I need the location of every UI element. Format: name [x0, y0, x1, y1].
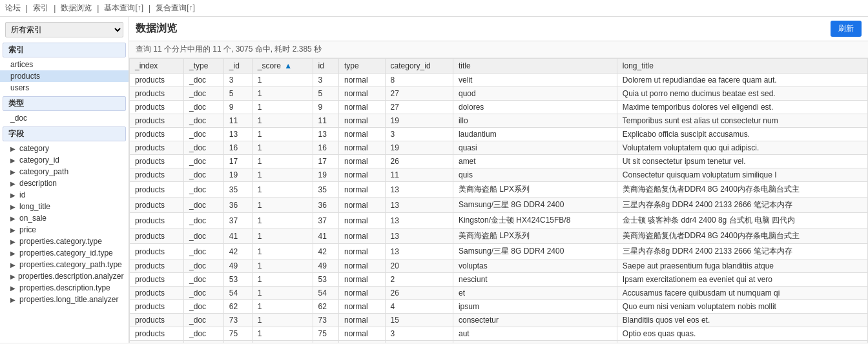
sidebar-field-id[interactable]: ▶ id — [0, 189, 129, 201]
table-row[interactable]: products_doc19119normal11quisConsectetur… — [130, 168, 868, 182]
table-cell: normal — [338, 341, 385, 343]
table-cell: products — [130, 244, 184, 259]
table-cell: 三星内存条8g DDR4 2400 2133 2666 笔记本内存 — [617, 244, 867, 259]
sidebar-field-prop-catid-type[interactable]: ▶ properties.category_id.type — [0, 247, 129, 259]
table-cell: products — [130, 228, 184, 244]
table-row[interactable]: products_doc919normal27doloresMaxime tem… — [130, 101, 868, 114]
table-row[interactable]: products_doc53153normal2nesciuntIpsam ex… — [130, 273, 868, 287]
col-header-type2[interactable]: type — [338, 59, 385, 74]
table-cell: 49 — [313, 259, 338, 273]
table-cell: 8 — [385, 341, 453, 343]
table-row[interactable]: products_doc75175normal3autOptio eos qua… — [130, 327, 868, 341]
arrow-icon: ▶ — [10, 296, 17, 303]
sidebar-field-prop-desc-analyzer[interactable]: ▶ properties.description.analyzer — [0, 270, 129, 282]
sidebar-field-prop-cat-type[interactable]: ▶ properties.category.type — [0, 236, 129, 247]
table-cell: normal — [338, 114, 385, 128]
table-cell: 42 — [223, 244, 252, 259]
col-header-category-id[interactable]: category_id — [385, 59, 453, 74]
refresh-button[interactable]: 刷新 — [831, 21, 862, 37]
table-cell: 4 — [385, 300, 453, 314]
table-cell: products — [130, 287, 184, 300]
table-cell: 2 — [385, 273, 453, 287]
table-cell: 1 — [252, 228, 313, 244]
table-cell: Explicabo officia suscipit accusamus. — [617, 128, 867, 141]
table-cell: 20 — [385, 259, 453, 273]
nav-item-complex-query[interactable]: 复合查询[↑] — [156, 3, 195, 14]
col-header-title[interactable]: title — [453, 59, 617, 74]
table-cell: 1 — [252, 182, 313, 197]
table-cell: products — [130, 259, 184, 273]
table-cell: 金士顿 骇客神条 ddr4 2400 8g 台式机 电脑 四代内 — [617, 213, 867, 228]
table-cell: 16 — [313, 141, 338, 155]
arrow-icon: ▶ — [10, 168, 17, 176]
table-cell: 17 — [223, 155, 252, 168]
table-cell: _doc — [184, 213, 224, 228]
sidebar-item-products[interactable]: products — [0, 70, 129, 82]
sidebar-field-category-path[interactable]: ▶ category_path — [0, 166, 129, 177]
col-header-long-title[interactable]: long_title — [617, 59, 867, 74]
table-cell: Optio eos quas quas. — [617, 327, 867, 341]
table-row[interactable]: products_doc37137normal13Kingston/金士顿 HX… — [130, 213, 868, 228]
table-row[interactable]: products_doc76176normal8esseIncidunt dis… — [130, 341, 868, 343]
sidebar-item-doc[interactable]: _doc — [0, 112, 129, 124]
table-cell: 3 — [385, 327, 453, 341]
table-row[interactable]: products_doc515normal27quodQuia ut porro… — [130, 87, 868, 101]
col-header-id2[interactable]: id — [313, 59, 338, 74]
table-cell: 75 — [223, 327, 252, 341]
nav-item-basic-query[interactable]: 基本查询[↑] — [104, 3, 143, 14]
nav-item-data-browser[interactable]: 数据浏览 — [61, 3, 92, 14]
table-cell: 35 — [223, 182, 252, 197]
table-cell: 1 — [252, 213, 313, 228]
table-row[interactable]: products_doc42142normal13Samsung/三星 8G D… — [130, 244, 868, 259]
table-cell: 8 — [385, 74, 453, 87]
sidebar-field-description[interactable]: ▶ description — [0, 177, 129, 189]
col-header-score[interactable]: _score ▲ — [252, 59, 313, 74]
query-info: 查询 11 个分片中用的 11 个, 3075 命中, 耗时 2.385 秒 — [129, 41, 868, 58]
table-row[interactable]: products_doc11111normal19illoTemporibus … — [130, 114, 868, 128]
sidebar-item-artices[interactable]: artices — [0, 59, 129, 70]
sidebar-field-prop-catpath-type[interactable]: ▶ properties.category_path.type — [0, 259, 129, 270]
table-cell: 27 — [385, 87, 453, 101]
table-cell: illo — [453, 114, 617, 128]
sidebar-group-field: 字段 — [3, 126, 126, 141]
table-cell: 1 — [252, 259, 313, 273]
table-row[interactable]: products_doc49149normal20voluptasSaepe a… — [130, 259, 868, 273]
sidebar-field-prop-desc-type[interactable]: ▶ properties.description.type — [0, 282, 129, 294]
table-row[interactable]: products_doc16116normal19quasiVoluptatem… — [130, 141, 868, 155]
sidebar-item-users[interactable]: users — [0, 82, 129, 94]
nav-item-index[interactable]: 索引 — [33, 3, 48, 14]
table-cell: 15 — [385, 314, 453, 327]
nav-separator: | — [26, 4, 28, 13]
table-cell: Ut sit consectetur ipsum tenetur vel. — [617, 155, 867, 168]
table-cell: normal — [338, 87, 385, 101]
table-cell: products — [130, 101, 184, 114]
sidebar-field-price[interactable]: ▶ price — [0, 224, 129, 236]
table-row[interactable]: products_doc36136normal13Samsung/三星 8G D… — [130, 197, 868, 213]
table-cell: 36 — [223, 197, 252, 213]
table-row[interactable]: products_doc54154normal26etAccusamus fac… — [130, 287, 868, 300]
table-row[interactable]: products_doc17117normal26ametUt sit cons… — [130, 155, 868, 168]
table-row[interactable]: products_doc73173normal15consecteturBlan… — [130, 314, 868, 327]
sidebar-field-long-title[interactable]: ▶ long_title — [0, 201, 129, 212]
sidebar-field-category-id[interactable]: ▶ category_id — [0, 154, 129, 166]
col-header-type[interactable]: _type — [184, 59, 224, 74]
table-cell: 9 — [313, 101, 338, 114]
sidebar-field-prop-longtitle-analyzer[interactable]: ▶ properties.long_title.analyzer — [0, 294, 129, 305]
table-cell: 1 — [252, 87, 313, 101]
table-row[interactable]: products_doc41141normal13美商海盗船 LPX系列美商海盗… — [130, 228, 868, 244]
nav-item-forum[interactable]: 论坛 — [5, 3, 21, 14]
sidebar-field-category[interactable]: ▶ category — [0, 143, 129, 154]
index-select[interactable]: 所有索引 — [5, 22, 123, 37]
table-cell: _doc — [184, 314, 224, 327]
table-row[interactable]: products_doc13113normal3laudantiumExplic… — [130, 128, 868, 141]
table-cell: 1 — [252, 74, 313, 87]
col-header-index[interactable]: _index — [130, 59, 184, 74]
table-row[interactable]: products_doc313normal8velitDolorem ut re… — [130, 74, 868, 87]
table-cell: 1 — [252, 197, 313, 213]
table-cell: 54 — [313, 287, 338, 300]
sidebar-field-on-sale[interactable]: ▶ on_sale — [0, 212, 129, 224]
table-container[interactable]: _index _type _id _score ▲ id type catego… — [129, 58, 868, 343]
table-row[interactable]: products_doc35135normal13美商海盗船 LPX系列美商海盗… — [130, 182, 868, 197]
col-header-id[interactable]: _id — [223, 59, 252, 74]
table-row[interactable]: products_doc62162normal4ipsumQuo eum nis… — [130, 300, 868, 314]
